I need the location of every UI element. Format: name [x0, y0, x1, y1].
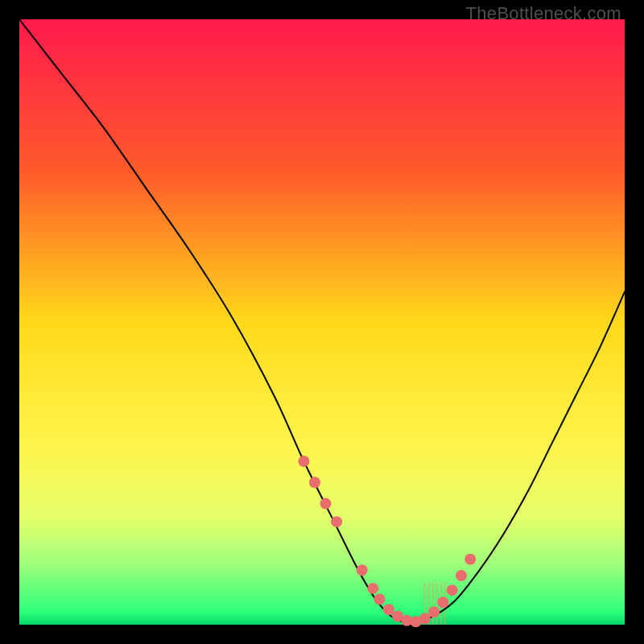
chart-svg [19, 19, 625, 625]
marker-dot [464, 554, 476, 565]
marker-dot [357, 564, 368, 576]
marker-dot [456, 570, 467, 581]
highlight-dots [298, 456, 476, 627]
marker-dot [428, 606, 440, 617]
marker-dot [309, 477, 320, 488]
marker-dot [367, 583, 378, 594]
marker-dot [383, 604, 394, 615]
marker-dot [419, 613, 431, 624]
marker-dot [374, 593, 385, 605]
marker-dot [331, 516, 342, 527]
marker-dot [447, 584, 458, 596]
marker-dot [437, 597, 448, 608]
bottleneck-curve [19, 19, 625, 622]
marker-dot [298, 456, 309, 467]
marker-dot [320, 498, 332, 510]
chart-container: TheBottleneck.com [0, 0, 644, 644]
